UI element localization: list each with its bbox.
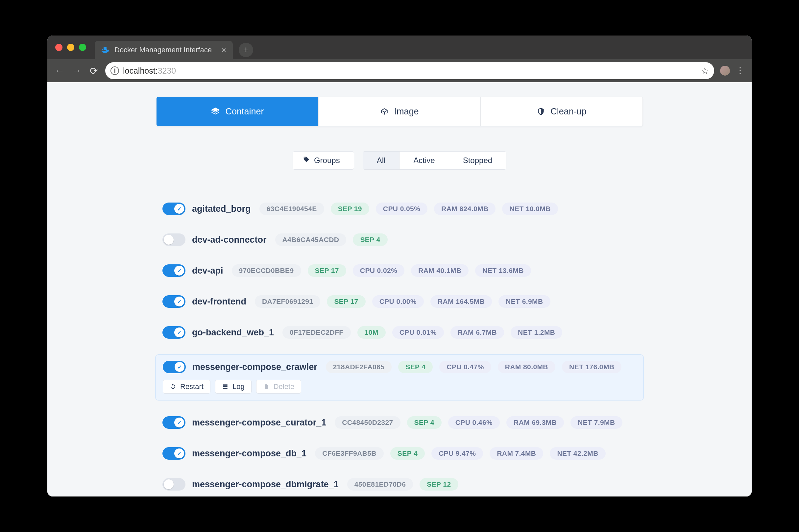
container-toggle[interactable] [163, 478, 186, 491]
container-toggle[interactable] [163, 447, 186, 460]
container-row-top: messenger-compose_dbmigrate_1450E81ED70D… [163, 478, 636, 491]
restart-button[interactable]: Restart [163, 380, 210, 394]
container-ram-badge: RAM 69.3MB [506, 416, 564, 429]
container-net-badge: NET 42.2MB [550, 447, 605, 460]
box-icon [380, 107, 389, 116]
toggle-knob [175, 362, 185, 372]
container-net-badge: NET 1.2MB [511, 326, 562, 339]
window-zoom-button[interactable] [79, 44, 86, 51]
container-row[interactable]: dev-frontendDA7EF0691291SEP 17CPU 0.00%R… [155, 292, 644, 310]
address-bar[interactable]: i localhost:3230 ☆ [105, 62, 714, 79]
container-row[interactable]: agitated_borg63C4E190454ESEP 19CPU 0.05%… [155, 200, 644, 218]
filter-group-left: Groups [293, 151, 354, 170]
container-name: messenger-compose_crawler [192, 362, 317, 372]
container-row[interactable]: messenger-compose_crawler218ADF2FA065SEP… [155, 355, 644, 400]
toggle-knob [174, 204, 184, 214]
browser-menu-icon[interactable]: ⋮ [736, 66, 745, 76]
tab-container-label: Container [225, 107, 264, 117]
filter-stopped[interactable]: Stopped [449, 152, 506, 169]
filter-group-status: All Active Stopped [363, 151, 506, 170]
container-toggle[interactable] [163, 295, 186, 308]
tab-close-button[interactable]: × [221, 45, 226, 55]
container-name: agitated_borg [192, 204, 251, 214]
container-hash-badge: A4B6CA45ACDD [275, 233, 346, 246]
browser-window: Docker Management Interface × + ← → ⟳ i … [47, 36, 752, 496]
url-text: localhost:3230 [123, 66, 176, 76]
container-row[interactable]: messenger-compose_db_1CF6E3FF9AB5BSEP 4C… [155, 444, 644, 462]
container-date-badge: SEP 4 [390, 447, 425, 460]
container-ram-badge: RAM 164.5MB [431, 295, 492, 308]
window-minimize-button[interactable] [67, 44, 74, 51]
container-cpu-badge: CPU 0.01% [392, 326, 444, 339]
container-toggle[interactable] [163, 326, 186, 339]
docker-icon [101, 46, 110, 54]
refresh-icon [170, 383, 176, 390]
container-name: messenger-compose_db_1 [192, 449, 306, 459]
container-name: messenger-compose_curator_1 [192, 418, 326, 428]
container-cpu-badge: CPU 0.05% [376, 203, 427, 215]
tab-cleanup-label: Clean-up [550, 107, 587, 117]
window-close-button[interactable] [55, 44, 62, 51]
container-cpu-badge: CPU 0.46% [448, 416, 500, 429]
filter-all[interactable]: All [363, 152, 400, 169]
filter-active[interactable]: Active [400, 152, 449, 169]
container-row[interactable]: messenger-compose_dbmigrate_1450E81ED70D… [155, 475, 644, 493]
container-net-badge: NET 6.9MB [498, 295, 550, 308]
container-toggle[interactable] [163, 416, 186, 429]
container-cpu-badge: CPU 9.47% [432, 447, 483, 460]
reload-button[interactable]: ⟳ [88, 65, 99, 77]
container-row-top: dev-frontendDA7EF0691291SEP 17CPU 0.00%R… [163, 295, 636, 308]
container-row[interactable]: go-backend_web_10F17EDEC2DFF10MCPU 0.01%… [155, 324, 644, 341]
layers-icon [211, 107, 220, 116]
filter-stopped-label: Stopped [463, 156, 492, 165]
site-info-icon[interactable]: i [111, 66, 119, 75]
container-toggle[interactable] [163, 264, 186, 277]
container-toggle[interactable] [163, 361, 186, 373]
container-hash-badge: 218ADF2FA065 [326, 361, 392, 373]
container-name: go-backend_web_1 [192, 327, 274, 338]
container-toggle[interactable] [163, 203, 186, 215]
toggle-knob [174, 266, 184, 276]
container-date-badge: SEP 19 [331, 203, 369, 215]
tab-image[interactable]: Image [319, 97, 481, 126]
profile-avatar[interactable] [720, 66, 730, 76]
container-row[interactable]: messenger-compose_curator_1CC48450D2327S… [155, 414, 644, 431]
toggle-knob [164, 479, 174, 489]
container-ram-badge: RAM 80.0MB [498, 361, 555, 373]
delete-button-label: Delete [273, 382, 294, 391]
container-row[interactable]: dev-ad-connectorA4B6CA45ACDDSEP 4 [155, 231, 644, 249]
toggle-knob [174, 297, 184, 306]
toggle-knob [174, 418, 184, 428]
container-toggle[interactable] [163, 233, 186, 246]
container-date-badge: SEP 4 [407, 416, 442, 429]
container-row-top: messenger-compose_curator_1CC48450D2327S… [163, 416, 636, 429]
svg-rect-0 [102, 49, 103, 50]
tab-image-label: Image [394, 107, 419, 117]
bookmark-icon[interactable]: ☆ [701, 65, 709, 76]
page-content: Container Image Clean-up [47, 82, 752, 496]
log-button[interactable]: Log [215, 380, 251, 394]
tab-cleanup[interactable]: Clean-up [481, 97, 643, 126]
window-controls [55, 36, 95, 59]
filter-groups[interactable]: Groups [293, 152, 354, 169]
container-row[interactable]: dev-api970ECCD0BBE9SEP 17CPU 0.02%RAM 40… [155, 262, 644, 280]
browser-tab[interactable]: Docker Management Interface × [95, 41, 233, 59]
container-ram-badge: RAM 824.0MB [434, 203, 495, 215]
container-hash-badge: 450E81ED70D6 [347, 478, 413, 491]
container-date-badge: 10M [357, 326, 386, 339]
tab-container[interactable]: Container [156, 97, 319, 126]
filter-active-label: Active [413, 156, 435, 165]
forward-button[interactable]: → [71, 65, 82, 76]
new-tab-button[interactable]: + [239, 43, 253, 57]
container-date-badge: SEP 17 [308, 264, 346, 277]
main-tab-bar: Container Image Clean-up [156, 97, 643, 126]
container-actions: RestartLogDelete [163, 380, 636, 394]
tab-title: Docker Management Interface [114, 46, 212, 54]
container-name: dev-frontend [192, 297, 246, 307]
container-hash-badge: CC48450D2327 [335, 416, 400, 429]
back-button[interactable]: ← [54, 65, 65, 76]
container-cpu-badge: CPU 0.00% [372, 295, 424, 308]
container-name: messenger-compose_dbmigrate_1 [192, 479, 339, 490]
container-date-badge: SEP 17 [327, 295, 365, 308]
toggle-knob [174, 327, 184, 337]
